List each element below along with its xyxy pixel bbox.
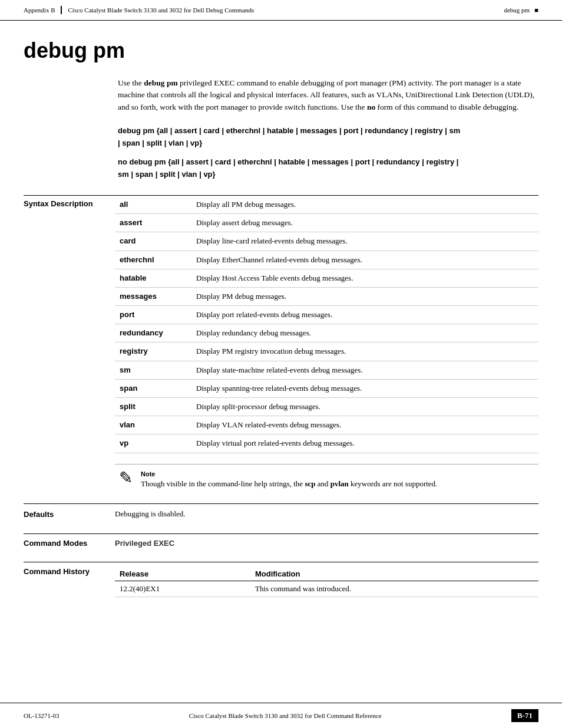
syntax-keyword: hatable <box>115 269 191 287</box>
page-title: debug pm <box>24 38 538 63</box>
note-content-area: ✎ Note Though visible in the command-lin… <box>115 464 538 489</box>
syntax-table-row: span Display spanning-tree related-event… <box>115 379 538 397</box>
syntax-description: Display PM registry invocation debug mes… <box>191 342 538 361</box>
syntax-table-row: port Display port related-events debug m… <box>115 306 538 324</box>
syntax-table-row: all Display all PM debug messages. <box>115 196 538 214</box>
syntax-description: Display spanning-tree related-events deb… <box>191 379 538 397</box>
history-table-row: 12.2(40)EX1 This command was introduced. <box>115 581 538 597</box>
header-command-name: debug pm <box>504 6 530 14</box>
syntax-table-row: sm Display state-machine related-events … <box>115 361 538 379</box>
history-modification: This command was introduced. <box>250 581 538 597</box>
syntax-description: Display all PM debug messages. <box>191 196 538 214</box>
syntax-command-2: no debug pm {all | assert | card | ether… <box>118 156 538 181</box>
note-text-block: Note Though visible in the command-line … <box>141 470 437 489</box>
syntax-keyword: messages <box>115 287 191 305</box>
footer-left: OL-13271-03 <box>24 712 59 719</box>
note-label: Note <box>141 470 437 477</box>
syntax-description: Display VLAN related-events debug messag… <box>191 416 538 434</box>
syntax-keyword: card <box>115 232 191 251</box>
syntax-description: Display split-processor debug messages. <box>191 398 538 416</box>
main-content: debug pm Use the debug pm privileged EXE… <box>0 21 562 644</box>
page-number: B-71 <box>511 709 538 722</box>
syntax-description: Display line-card related-events debug m… <box>191 232 538 251</box>
syntax-table-row: card Display line-card related-events de… <box>115 232 538 251</box>
syntax-keyword: span <box>115 379 191 397</box>
syntax-keyword: sm <box>115 361 191 379</box>
syntax-table-row: hatable Display Host Access Table events… <box>115 269 538 287</box>
command-modes-label: Command Modes <box>24 539 115 548</box>
note-pencil-icon: ✎ <box>115 468 136 487</box>
syntax-keyword: assert <box>115 214 191 232</box>
syntax-command-1-text: debug pm {all | assert | card | etherchn… <box>118 125 538 150</box>
page-footer: OL-13271-03 Cisco Catalyst Blade Switch … <box>0 703 562 728</box>
syntax-keyword: split <box>115 398 191 416</box>
defaults-section: Defaults Debugging is disabled. <box>24 503 538 519</box>
command-history-label: Command History <box>24 567 115 597</box>
syntax-description: Display redundancy debug messages. <box>191 324 538 342</box>
description-text: Use the debug pm privileged EXEC command… <box>118 78 534 111</box>
syntax-keyword: vp <box>115 434 191 453</box>
syntax-description-section: Syntax Description all Display all PM de… <box>24 195 538 453</box>
footer-center: Cisco Catalyst Blade Switch 3130 and 303… <box>59 712 512 719</box>
defaults-value: Debugging is disabled. <box>115 509 186 519</box>
syntax-keyword: port <box>115 306 191 324</box>
syntax-table-row: registry Display PM registry invocation … <box>115 342 538 361</box>
note-label-spacer <box>24 464 115 489</box>
note-section: ✎ Note Though visible in the command-lin… <box>24 464 538 489</box>
syntax-table-row: messages Display PM debug messages. <box>115 287 538 305</box>
header-chapter-title: Cisco Catalyst Blade Switch 3130 and 303… <box>68 6 254 14</box>
defaults-label: Defaults <box>24 509 115 519</box>
note-text: Though visible in the command-line help … <box>141 479 437 489</box>
command-history-table: Release Modification 12.2(40)EX1 This co… <box>115 567 538 597</box>
page-header: Appendix B Cisco Catalyst Blade Switch 3… <box>0 0 562 21</box>
description-block: Use the debug pm privileged EXEC command… <box>118 77 538 113</box>
header-divider-icon <box>61 6 62 14</box>
syntax-description-table: all Display all PM debug messages. asser… <box>115 196 538 453</box>
syntax-keyword: registry <box>115 342 191 361</box>
note-inner: ✎ Note Though visible in the command-lin… <box>115 470 538 489</box>
syntax-description: Display port related-events debug messag… <box>191 306 538 324</box>
command-modes-section: Command Modes Privileged EXEC <box>24 533 538 548</box>
syntax-table-row: vlan Display VLAN related-events debug m… <box>115 416 538 434</box>
syntax-description-label: Syntax Description <box>24 196 115 453</box>
command-modes-value: Privileged EXEC <box>115 539 174 548</box>
command-history-section: Command History Release Modification 12.… <box>24 562 538 597</box>
syntax-table-row: vp Display virtual port related-events d… <box>115 434 538 453</box>
syntax-description: Display state-machine related-events deb… <box>191 361 538 379</box>
syntax-description: Display virtual port related-events debu… <box>191 434 538 453</box>
syntax-table-row: split Display split-processor debug mess… <box>115 398 538 416</box>
header-appendix-label: Appendix B <box>24 6 55 14</box>
history-col-modification: Modification <box>250 567 538 581</box>
syntax-description: Display PM debug messages. <box>191 287 538 305</box>
syntax-description: Display Host Access Table events debug m… <box>191 269 538 287</box>
syntax-description: Display EtherChannel related-events debu… <box>191 251 538 269</box>
history-release: 12.2(40)EX1 <box>115 581 250 597</box>
header-right: debug pm ■ <box>504 6 538 14</box>
syntax-keyword: etherchnl <box>115 251 191 269</box>
syntax-description: Display assert debug messages. <box>191 214 538 232</box>
history-col-release: Release <box>115 567 250 581</box>
syntax-table-row: redundancy Display redundancy debug mess… <box>115 324 538 342</box>
header-left: Appendix B Cisco Catalyst Blade Switch 3… <box>24 6 254 14</box>
syntax-command-2-text: no debug pm {all | assert | card | ether… <box>118 156 538 181</box>
syntax-table-row: etherchnl Display EtherChannel related-e… <box>115 251 538 269</box>
syntax-keyword: all <box>115 196 191 214</box>
syntax-command-1: debug pm {all | assert | card | etherchn… <box>118 125 538 150</box>
syntax-keyword: vlan <box>115 416 191 434</box>
syntax-table-row: assert Display assert debug messages. <box>115 214 538 232</box>
syntax-keyword: redundancy <box>115 324 191 342</box>
